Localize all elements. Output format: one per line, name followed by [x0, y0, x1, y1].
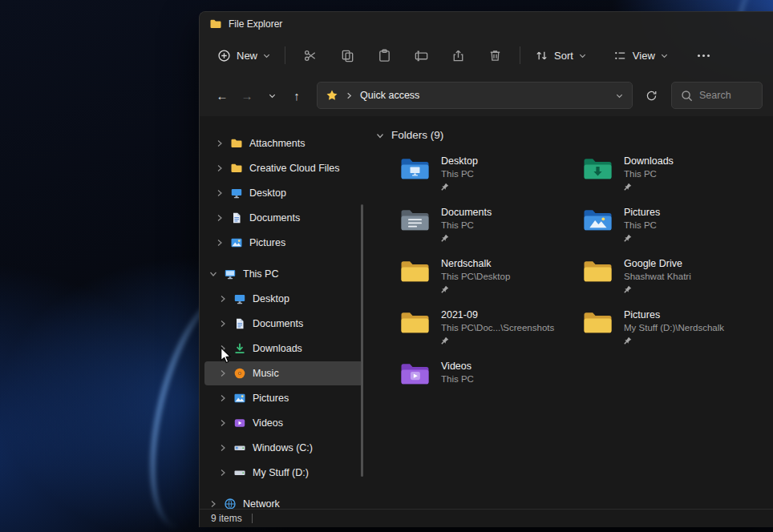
- sidebar-scrollbar[interactable]: [361, 204, 363, 477]
- chevron-right-icon[interactable]: [219, 394, 227, 402]
- tile-name: Nerdschalk: [441, 258, 510, 270]
- chevron-right-icon[interactable]: [219, 295, 227, 303]
- drive-icon: [233, 466, 246, 479]
- folder-icon: [209, 18, 222, 30]
- video-icon: [233, 417, 246, 429]
- sidebar-item-thispc-windows-c[interactable]: Windows (C:): [204, 436, 363, 460]
- forward-button[interactable]: →: [236, 84, 258, 107]
- chevron-down-icon[interactable]: [209, 270, 217, 278]
- chevron-right-icon[interactable]: [216, 164, 224, 172]
- tile-downloads[interactable]: Downloads This PC: [581, 155, 764, 207]
- search-box[interactable]: Search: [671, 82, 763, 109]
- content-pane: Folders (9) Desktop This PC: [370, 116, 773, 510]
- chevron-down-icon: [262, 51, 271, 60]
- sort-button[interactable]: Sort: [527, 42, 594, 69]
- rename-button[interactable]: [403, 42, 439, 69]
- refresh-icon: [645, 89, 658, 103]
- tile-google-drive[interactable]: Google Drive Shashwat Khatri: [581, 258, 764, 309]
- cut-button[interactable]: [293, 42, 328, 69]
- view-button[interactable]: View: [605, 42, 676, 69]
- address-bar-row: ← → ↑ Quick access: [200, 75, 773, 116]
- sidebar-item-pictures[interactable]: Pictures: [204, 231, 363, 255]
- sidebar-item-label: My Stuff (D:): [253, 467, 309, 478]
- music-disc-icon: [233, 367, 246, 380]
- paste-button[interactable]: [366, 42, 402, 69]
- navigation-pane: Attachments Creative Cloud Files Desktop…: [200, 116, 368, 510]
- new-button[interactable]: New: [209, 42, 278, 69]
- chevron-down-icon[interactable]: [615, 91, 624, 100]
- folder-grid: Desktop This PC Downloads This PC: [399, 155, 773, 412]
- sidebar-item-thispc-downloads[interactable]: Downloads: [204, 337, 363, 361]
- chevron-right-icon[interactable]: [219, 369, 227, 377]
- sidebar-item-creative-cloud-files[interactable]: Creative Cloud Files: [204, 156, 363, 180]
- chevron-right-icon[interactable]: [216, 214, 224, 222]
- toolbar-divider: [520, 46, 520, 64]
- item-count: 9 items: [211, 513, 242, 524]
- chevron-right-icon[interactable]: [216, 189, 224, 197]
- chevron-right-icon[interactable]: [216, 139, 224, 147]
- monitor-icon: [233, 292, 246, 305]
- paste-icon: [377, 48, 392, 63]
- tile-videos[interactable]: Videos This PC: [399, 361, 581, 412]
- chevron-right-icon[interactable]: [219, 320, 227, 328]
- sidebar-item-network[interactable]: Network: [204, 492, 363, 510]
- document-icon: [230, 212, 243, 224]
- file-explorer-window: File Explorer New: [199, 11, 773, 527]
- copy-icon: [340, 48, 355, 63]
- folders-section-header[interactable]: Folders (9): [376, 129, 773, 141]
- search-placeholder: Search: [699, 90, 731, 101]
- tile-pictures[interactable]: Pictures This PC: [581, 207, 764, 258]
- sidebar-item-label: Documents: [253, 318, 303, 329]
- share-button[interactable]: [440, 42, 476, 69]
- chevron-down-icon[interactable]: [376, 131, 384, 139]
- sidebar-item-desktop[interactable]: Desktop: [204, 181, 363, 205]
- sidebar-item-thispc-music[interactable]: Music: [204, 361, 363, 385]
- address-bar[interactable]: Quick access: [317, 82, 633, 109]
- tile-2021-09[interactable]: 2021-09 This PC\Doc...\Screenshots: [399, 309, 581, 361]
- sidebar-item-label: Desktop: [249, 187, 286, 199]
- tile-documents[interactable]: Documents This PC: [399, 207, 581, 258]
- screen: File Explorer New: [0, 0, 773, 532]
- chevron-right-icon[interactable]: [219, 469, 227, 477]
- sidebar-item-documents[interactable]: Documents: [204, 206, 363, 230]
- tile-desktop[interactable]: Desktop This PC: [399, 155, 581, 207]
- desktop-folder-icon: [399, 155, 431, 183]
- toolbar-divider: [285, 46, 285, 64]
- chevron-right-icon[interactable]: [209, 500, 217, 508]
- up-button[interactable]: ↑: [285, 84, 308, 107]
- delete-button[interactable]: [477, 42, 512, 69]
- sidebar-item-label: This PC: [243, 268, 278, 280]
- back-button[interactable]: ←: [211, 84, 233, 107]
- sidebar-item-thispc-desktop[interactable]: Desktop: [204, 287, 363, 311]
- sidebar-item-label: Music: [253, 368, 279, 379]
- folder-icon: [230, 162, 243, 175]
- rename-icon: [414, 48, 429, 63]
- window-title: File Explorer: [229, 18, 282, 30]
- sidebar-item-thispc-documents[interactable]: Documents: [204, 312, 363, 336]
- sidebar-item-label: Attachments: [249, 138, 305, 149]
- chevron-right-icon[interactable]: [219, 345, 227, 353]
- sidebar-item-thispc-my-stuff-d[interactable]: My Stuff (D:): [204, 461, 363, 485]
- refresh-button[interactable]: [640, 84, 662, 107]
- sidebar-item-attachments[interactable]: Attachments: [204, 131, 363, 155]
- cut-icon: [303, 48, 318, 63]
- tile-nerdschalk[interactable]: Nerdschalk This PC\Desktop: [399, 258, 581, 309]
- sidebar-item-this-pc[interactable]: This PC: [204, 262, 363, 286]
- videos-folder-icon: [399, 361, 431, 388]
- tile-location: This PC\Desktop: [441, 271, 510, 282]
- sidebar-item-label: Pictures: [249, 237, 285, 248]
- sidebar-item-thispc-pictures[interactable]: Pictures: [204, 386, 363, 410]
- chevron-right-icon[interactable]: [219, 419, 227, 427]
- chevron-right-icon[interactable]: [216, 239, 224, 247]
- sort-icon: [534, 48, 549, 63]
- window-chrome: File Explorer New: [200, 12, 773, 116]
- recent-locations-button[interactable]: [261, 84, 283, 107]
- title-bar[interactable]: File Explorer: [200, 12, 773, 36]
- copy-button[interactable]: [330, 42, 365, 69]
- more-options-button[interactable]: [687, 49, 720, 62]
- status-bar: 9 items: [200, 509, 773, 527]
- chevron-right-icon[interactable]: [219, 444, 227, 452]
- system-drive-icon: [233, 441, 246, 454]
- tile-pictures-d[interactable]: Pictures My Stuff (D:)\Nerdschalk: [581, 309, 764, 361]
- sidebar-item-thispc-videos[interactable]: Videos: [204, 411, 363, 435]
